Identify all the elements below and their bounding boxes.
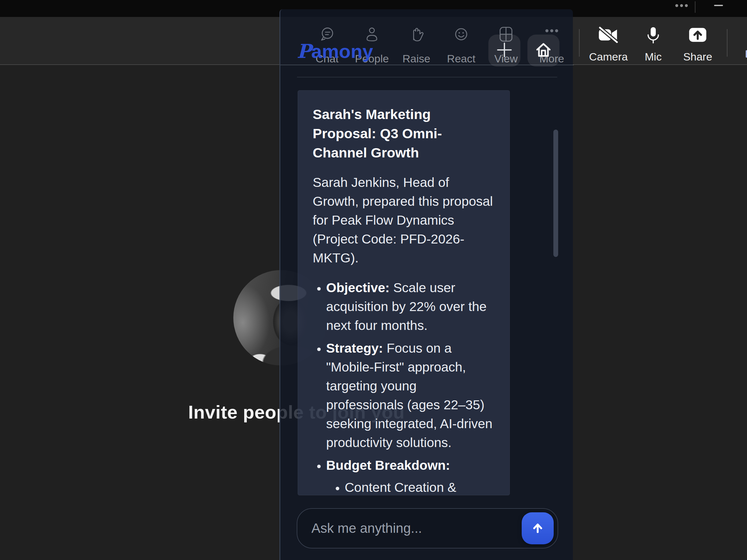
- assistant-panel: Chat People Raise: [279, 9, 573, 560]
- camera-off-icon: [598, 27, 619, 43]
- proposal-bullet-list: Objective: Scale user acquisition by 22%…: [313, 278, 495, 496]
- brand-logo: Pamony: [297, 40, 373, 62]
- plus-icon: [496, 42, 513, 59]
- tab-raise-label: Raise: [403, 53, 431, 64]
- proposal-card: Sarah's Marketing Proposal: Q3 Omni-Chan…: [298, 90, 510, 496]
- share-label: Share: [683, 51, 713, 62]
- window-more-icon[interactable]: [675, 3, 691, 7]
- raise-hand-icon: [408, 26, 425, 44]
- toolbar-underline: [280, 64, 574, 65]
- budget-sub-list: Content Creation & Storytelling: $35,000: [326, 478, 495, 496]
- ask-row: [297, 508, 558, 549]
- add-button[interactable]: [488, 34, 520, 66]
- brand-logo-initial: P: [297, 40, 311, 62]
- bullet-objective: Objective: Scale user acquisition by 22%…: [326, 278, 495, 335]
- camera-label: Camera: [589, 51, 628, 62]
- edge-accent-sliver: [746, 50, 747, 58]
- proposal-intro: Sarah Jenkins, Head of Growth, prepared …: [313, 173, 495, 268]
- mic-button[interactable]: Mic: [634, 27, 672, 62]
- toolbar-separator: [579, 29, 579, 57]
- share-icon: [687, 27, 708, 43]
- camera-button[interactable]: Camera: [589, 27, 627, 62]
- app-window: Camera Mic Share: [0, 0, 747, 560]
- panel-scrollbar[interactable]: [553, 130, 558, 257]
- tab-react[interactable]: React: [442, 26, 481, 64]
- sub-bullet-content-creation: Content Creation & Storytelling: $35,000: [345, 478, 495, 496]
- toolbar-separator: [727, 29, 727, 57]
- share-button[interactable]: Share: [678, 27, 717, 62]
- bullet-strategy: Strategy: Focus on a "Mobile-First" appr…: [326, 339, 495, 452]
- home-button[interactable]: [527, 34, 560, 66]
- send-button[interactable]: [522, 512, 554, 544]
- titlebar-divider: [695, 1, 695, 13]
- react-smiley-icon: [453, 26, 469, 44]
- mic-label: Mic: [645, 51, 662, 62]
- panel-divider: [297, 77, 557, 77]
- proposal-title: Sarah's Marketing Proposal: Q3 Omni-Chan…: [313, 105, 495, 162]
- arrow-up-icon: [529, 519, 546, 538]
- bullet-budget: Budget Breakdown: Content Creation & Sto…: [326, 456, 495, 496]
- minimize-icon[interactable]: [714, 5, 723, 6]
- mic-icon: [645, 27, 661, 45]
- brand-logo-rest: amony: [311, 41, 373, 62]
- tab-raise[interactable]: Raise: [397, 26, 436, 64]
- tab-react-label: React: [447, 53, 475, 64]
- home-icon: [534, 40, 553, 61]
- ask-input[interactable]: [297, 508, 558, 549]
